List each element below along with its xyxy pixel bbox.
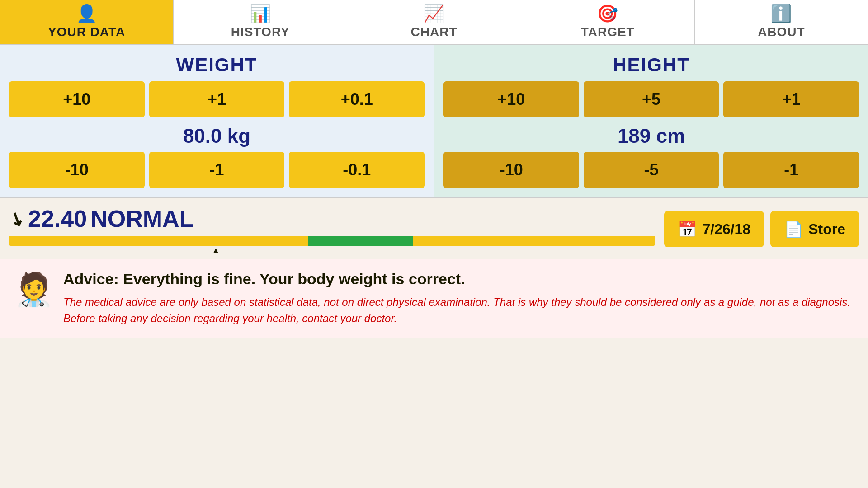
nav-label-about: ABOUT [758, 25, 805, 39]
height-plus-1-button[interactable]: +1 [723, 81, 859, 117]
info-icon: ℹ️ [770, 5, 792, 22]
target-icon: 🎯 [597, 5, 618, 22]
height-title: HEIGHT [443, 50, 859, 81]
height-minus-5-button[interactable]: -5 [584, 152, 719, 188]
nav-bar: 👤 YOUR DATA 📊 HISTORY 📈 CHART 🎯 TARGET ℹ… [0, 0, 868, 45]
bmi-indicator-arrow: ▲ [212, 245, 221, 256]
date-store-area: 📅 7/26/18 📄 Store [664, 211, 859, 247]
weight-height-section: WEIGHT +10 +1 +0.1 80.0 kg -10 -1 -0.1 H… [0, 45, 868, 198]
weight-plus-01-button[interactable]: +0.1 [289, 81, 425, 117]
bmi-normal-segment [308, 236, 413, 246]
calendar-icon: 📅 [678, 220, 697, 238]
weight-minus-1-button[interactable]: -1 [149, 152, 285, 188]
store-label: Store [808, 221, 845, 238]
bmi-obese-segment [494, 236, 655, 246]
height-plus-10-button[interactable]: +10 [443, 81, 579, 117]
nav-label-history: HISTORY [231, 25, 290, 39]
weight-value: 80.0 kg [9, 120, 425, 152]
date-label: 7/26/18 [702, 221, 750, 238]
weight-panel: WEIGHT +10 +1 +0.1 80.0 kg -10 -1 -0.1 [0, 45, 434, 197]
weight-plus-row: +10 +1 +0.1 [9, 81, 425, 117]
main-content: WEIGHT +10 +1 +0.1 80.0 kg -10 -1 -0.1 H… [0, 45, 868, 338]
bmi-bar-wrapper: ▲ [9, 236, 655, 253]
bmi-overweight-segment [413, 236, 494, 246]
nav-label-chart: CHART [411, 25, 458, 39]
nav-item-your-data[interactable]: 👤 YOUR DATA [0, 0, 174, 44]
advice-text-area: Advice: Everything is fine. Your body we… [63, 270, 854, 327]
height-plus-5-button[interactable]: +5 [584, 81, 719, 117]
bmi-section: ↘ 22.40 NORMAL ▲ 📅 7/26/18 📄 [0, 198, 868, 258]
bmi-bar [9, 236, 655, 246]
nav-item-target[interactable]: 🎯 TARGET [521, 0, 695, 44]
weight-plus-10-button[interactable]: +10 [9, 81, 145, 117]
height-minus-10-button[interactable]: -10 [443, 152, 579, 188]
height-minus-row: -10 -5 -1 [443, 152, 859, 188]
height-panel: HEIGHT +10 +5 +1 189 cm -10 -5 -1 [434, 45, 868, 197]
nav-item-chart[interactable]: 📈 CHART [347, 0, 521, 44]
height-value: 189 cm [443, 120, 859, 152]
document-add-icon: 📄 [784, 220, 803, 238]
height-plus-row: +10 +5 +1 [443, 81, 859, 117]
weight-plus-1-button[interactable]: +1 [149, 81, 285, 117]
nav-item-about[interactable]: ℹ️ ABOUT [695, 0, 868, 44]
advice-disclaimer-text: The medical advice are only based on sta… [63, 294, 854, 327]
weight-title: WEIGHT [9, 50, 425, 81]
bar-chart-icon: 📊 [250, 5, 271, 22]
bmi-arrow-icon: ↘ [5, 206, 28, 231]
bmi-value-display: ↘ 22.40 NORMAL [9, 205, 655, 232]
weight-minus-10-button[interactable]: -10 [9, 152, 145, 188]
store-button[interactable]: 📄 Store [770, 211, 859, 247]
date-button[interactable]: 📅 7/26/18 [664, 211, 764, 247]
line-chart-icon: 📈 [423, 5, 445, 22]
height-minus-1-button[interactable]: -1 [723, 152, 859, 188]
advice-main-text: Advice: Everything is fine. Your body we… [63, 270, 854, 288]
nav-label-target: TARGET [581, 25, 635, 39]
weight-minus-row: -10 -1 -0.1 [9, 152, 425, 188]
person-icon: 👤 [76, 5, 98, 22]
nav-label-your-data: YOUR DATA [48, 25, 125, 39]
weight-minus-01-button[interactable]: -0.1 [289, 152, 425, 188]
advice-section: 🧑‍⚕️ Advice: Everything is fine. Your bo… [0, 259, 868, 338]
bmi-underweight-segment [9, 236, 308, 246]
bmi-display: ↘ 22.40 NORMAL ▲ [9, 205, 655, 253]
bmi-number: 22.40 [28, 205, 87, 232]
doctor-icon: 🧑‍⚕️ [14, 270, 54, 309]
bmi-status: NORMAL [90, 205, 193, 232]
nav-item-history[interactable]: 📊 HISTORY [174, 0, 347, 44]
